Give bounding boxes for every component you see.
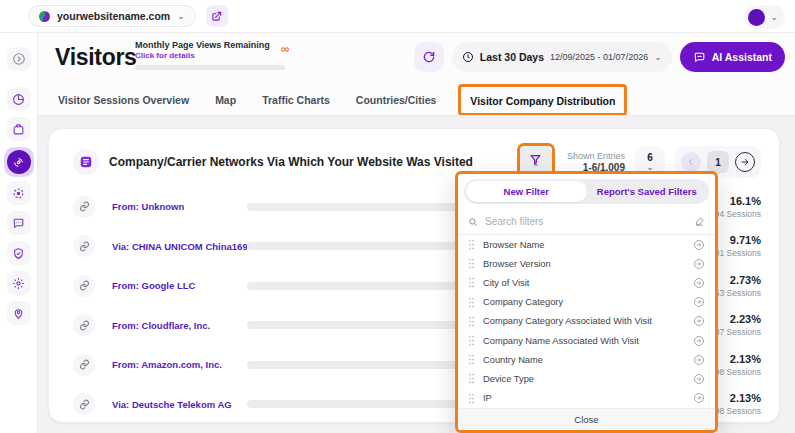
drag-handle-icon[interactable] xyxy=(468,297,475,308)
network-label[interactable]: From: Cloudflare, Inc. xyxy=(112,320,247,331)
drag-handle-icon[interactable] xyxy=(468,393,475,404)
filter-items: Browser Name Browser Version City of Vis… xyxy=(458,235,715,408)
sidebar-item-feedback[interactable] xyxy=(7,211,31,235)
period-label: Last 30 Days xyxy=(480,51,544,63)
filter-item[interactable]: IP xyxy=(458,389,715,408)
sidebar-item-collapse[interactable] xyxy=(7,47,31,71)
arrow-right-circle-icon[interactable] xyxy=(693,373,705,385)
current-page[interactable]: 1 xyxy=(707,151,729,173)
filter-item[interactable]: City of Visit xyxy=(458,273,715,292)
tab-traffic-charts[interactable]: Traffic Charts xyxy=(262,94,330,106)
drag-handle-icon[interactable] xyxy=(468,258,475,269)
sidebar-item-goals[interactable] xyxy=(7,181,31,205)
arrow-right-circle-icon[interactable] xyxy=(693,277,705,289)
filter-item[interactable]: Company Category xyxy=(458,293,715,312)
annotation-box-active-tab: Visitor Company Distribution xyxy=(458,84,627,116)
tab-visitor-company-distribution[interactable]: Visitor Company Distribution xyxy=(470,95,615,107)
arrow-right-circle-icon[interactable] xyxy=(693,354,705,366)
pageviews-details-link[interactable]: Click for details xyxy=(135,51,285,60)
filter-item[interactable]: Browser Version xyxy=(458,254,715,273)
drag-handle-icon[interactable] xyxy=(468,354,475,365)
topbar: yourwebsitename.com ⌄ ⌄ xyxy=(0,0,795,33)
filter-item[interactable]: Company Category Associated With Visit xyxy=(458,312,715,331)
filter-item-label: Company Category Associated With Visit xyxy=(483,316,693,326)
filter-item[interactable]: Company Name Associated With Visit xyxy=(458,331,715,350)
filter-item-label: Device Type xyxy=(483,374,693,384)
tab-countries-cities[interactable]: Countries/Cities xyxy=(356,94,437,106)
filter-item[interactable]: Device Type xyxy=(458,369,715,388)
drag-handle-icon[interactable] xyxy=(468,335,475,346)
link-icon[interactable] xyxy=(73,354,95,376)
drag-handle-icon[interactable] xyxy=(468,277,475,288)
arrow-right-circle-icon[interactable] xyxy=(693,239,705,251)
link-icon[interactable] xyxy=(73,235,95,257)
clock-icon xyxy=(462,51,474,63)
external-link-icon xyxy=(211,11,222,22)
site-selector[interactable]: yourwebsitename.com ⌄ xyxy=(28,5,196,27)
arrow-right-circle-icon[interactable] xyxy=(693,258,705,270)
arrow-right-circle-icon[interactable] xyxy=(693,296,705,308)
chevron-down-icon: ⌄ xyxy=(177,12,185,21)
network-label[interactable]: From: Amazon.com, Inc. xyxy=(112,359,247,370)
next-page-button[interactable] xyxy=(735,152,755,172)
network-label[interactable]: From: Google LLC xyxy=(112,280,247,291)
app-window: yourwebsitename.com ⌄ ⌄ xyxy=(0,0,795,433)
filter-item-label: Browser Name xyxy=(483,240,693,250)
filter-item-label: Company Name Associated With Visit xyxy=(483,336,693,346)
refresh-icon xyxy=(422,50,436,64)
tab-reports-saved-filters[interactable]: Report's Saved Filters xyxy=(587,181,708,202)
tab-new-filter[interactable]: New Filter xyxy=(466,181,587,202)
period-dates: 12/09/2025 - 01/07/2026 xyxy=(550,52,648,62)
arrow-right-circle-icon[interactable] xyxy=(693,335,705,347)
gear-icon xyxy=(12,277,25,290)
ai-chat-icon xyxy=(693,51,706,64)
sidebar-item-orders[interactable] xyxy=(7,117,31,141)
filter-search-row xyxy=(458,209,715,235)
network-label[interactable]: Via: Deutsche Telekom AG xyxy=(112,399,247,410)
sidebar-item-security[interactable] xyxy=(7,241,31,265)
sidebar-item-settings[interactable] xyxy=(7,271,31,295)
sidebar xyxy=(0,33,38,433)
tab-visitor-sessions-overview[interactable]: Visitor Sessions Overview xyxy=(58,94,189,106)
date-range-picker[interactable]: Last 30 Days 12/09/2025 - 01/07/2026 ⌄ xyxy=(452,42,672,72)
link-icon[interactable] xyxy=(73,196,95,218)
arrow-right-circle-icon[interactable] xyxy=(693,392,705,404)
sidebar-item-visitors[interactable] xyxy=(4,147,34,177)
ai-assistant-label: AI Assistant xyxy=(712,51,772,63)
filter-item[interactable]: Country Name xyxy=(458,350,715,369)
clear-search-icon[interactable] xyxy=(694,216,705,227)
network-label[interactable]: Via: CHINA UNICOM China169 Backbone xyxy=(112,241,247,252)
sidebar-item-analytics[interactable] xyxy=(7,87,31,111)
drag-handle-icon[interactable] xyxy=(468,316,475,327)
page-header: Visitors Monthly Page Views Remaining Cl… xyxy=(38,33,795,85)
box-icon xyxy=(12,123,25,136)
user-menu[interactable]: ⌄ xyxy=(744,5,785,29)
drag-handle-icon[interactable] xyxy=(468,373,475,384)
link-icon[interactable] xyxy=(73,393,95,415)
previous-page-button[interactable] xyxy=(681,152,701,172)
filter-item-label: Browser Version xyxy=(483,259,693,269)
shown-entries-label: Shown Entries xyxy=(567,151,625,161)
filter-close-button[interactable]: Close xyxy=(458,408,715,430)
visitors-radar-icon xyxy=(7,150,31,174)
open-site-button[interactable] xyxy=(206,5,228,27)
link-icon[interactable] xyxy=(73,314,95,336)
filter-item-label: IP xyxy=(483,393,693,403)
chevron-down-icon: ⌄ xyxy=(770,13,778,22)
filter-search-input[interactable] xyxy=(485,216,694,227)
filter-item[interactable]: Browser Name xyxy=(458,235,715,254)
report-icon xyxy=(73,149,99,175)
shield-check-icon xyxy=(12,247,25,260)
search-icon xyxy=(468,217,478,227)
arrow-right-circle-icon[interactable] xyxy=(693,315,705,327)
tab-map[interactable]: Map xyxy=(215,94,236,106)
ai-assistant-button[interactable]: AI Assistant xyxy=(680,42,785,72)
network-label[interactable]: From: Unknown xyxy=(112,201,247,212)
link-icon[interactable] xyxy=(73,275,95,297)
drag-handle-icon[interactable] xyxy=(468,239,475,250)
refresh-button[interactable] xyxy=(414,42,444,72)
filter-panel: New Filter Report's Saved Filters Browse… xyxy=(455,171,718,433)
filter-item-label: Company Category xyxy=(483,297,693,307)
card-title: Company/Carrier Networks Via Which Your … xyxy=(109,155,517,169)
sidebar-item-location[interactable] xyxy=(7,301,31,325)
